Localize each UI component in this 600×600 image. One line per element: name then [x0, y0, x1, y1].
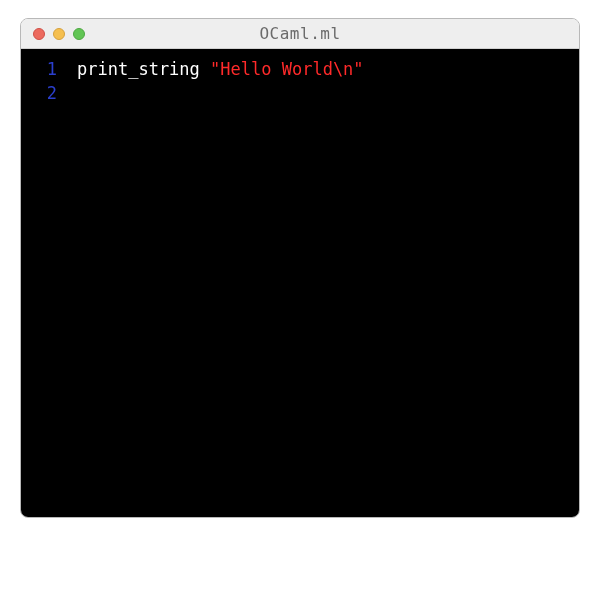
token-identifier: print_string [77, 59, 210, 79]
close-icon[interactable] [33, 28, 45, 40]
titlebar: OCaml.ml [21, 19, 579, 49]
traffic-lights [21, 28, 85, 40]
window-title: OCaml.ml [21, 24, 579, 43]
editor-window: OCaml.ml 1 2 print_string "Hello World\n… [20, 18, 580, 518]
line-number: 1 [21, 57, 57, 81]
maximize-icon[interactable] [73, 28, 85, 40]
line-number: 2 [21, 81, 57, 105]
code-area[interactable]: print_string "Hello World\n" [69, 57, 579, 517]
code-editor[interactable]: 1 2 print_string "Hello World\n" [21, 49, 579, 517]
minimize-icon[interactable] [53, 28, 65, 40]
token-string: "Hello World\n" [210, 59, 364, 79]
line-number-gutter: 1 2 [21, 57, 69, 517]
code-line: print_string "Hello World\n" [77, 57, 579, 81]
code-line [77, 81, 579, 105]
